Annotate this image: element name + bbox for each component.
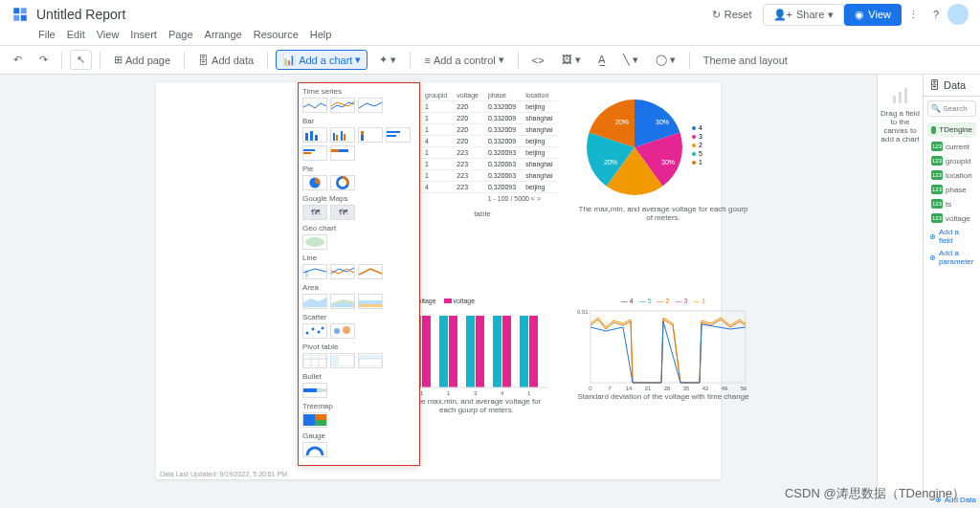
svg-rect-3 xyxy=(21,15,27,21)
table-row[interactable]: 42200.332009beijing xyxy=(420,136,558,147)
chart-bar-2[interactable] xyxy=(330,127,355,143)
app-logo xyxy=(11,6,29,23)
table-row[interactable]: 12230.320063shanghai xyxy=(420,170,558,182)
field-groupid[interactable]: 123groupid xyxy=(927,154,976,167)
menu-help[interactable]: Help xyxy=(310,29,332,40)
reset-button[interactable]: ↻ Reset xyxy=(702,4,763,26)
field-current[interactable]: 123current xyxy=(927,140,976,153)
pie-chart[interactable]: 30% 30% 20% 20% 4 3 2 5 1 xyxy=(577,90,721,205)
add-field-button[interactable]: ⊕ Add a field xyxy=(924,226,980,247)
svg-point-54 xyxy=(692,161,696,165)
chart-pie-2[interactable] xyxy=(330,175,355,190)
chart-pivot-3[interactable] xyxy=(358,353,383,368)
table-row[interactable]: 42230.320093beijing xyxy=(420,182,558,193)
pie-caption: The max,min, and average voltage for eac… xyxy=(577,205,749,222)
search-input[interactable]: 🔍 Search xyxy=(927,100,976,117)
menu-resource[interactable]: Resource xyxy=(254,29,299,40)
svg-rect-14 xyxy=(387,135,396,137)
chart-bar-1[interactable] xyxy=(302,127,327,143)
bar-chart[interactable]: 11341 xyxy=(405,306,548,397)
svg-rect-15 xyxy=(303,149,315,151)
image-button[interactable]: 🖼 ▾ xyxy=(556,51,587,69)
field-phase[interactable]: 123phase xyxy=(927,183,976,196)
undo-button[interactable]: ↶ xyxy=(8,51,28,69)
redo-button[interactable]: ↷ xyxy=(33,51,54,69)
chart-bar-5[interactable] xyxy=(302,145,327,161)
data-table[interactable]: groupidvoltagephaselocation 12200.332009… xyxy=(420,90,558,193)
chart-pie-1[interactable] xyxy=(302,175,327,190)
menu-edit[interactable]: Edit xyxy=(67,29,85,40)
shape-button[interactable]: ◯ ▾ xyxy=(650,51,681,69)
chart-pivot-1[interactable] xyxy=(302,353,327,368)
share-button[interactable]: 👤+ Share ▾ xyxy=(763,4,845,26)
menu-file[interactable]: File xyxy=(38,29,56,40)
add-chart-button[interactable]: 📊 Add a chart ▾ xyxy=(276,50,368,70)
report-canvas[interactable]: Time series Bar Pie Google Maps🗺🗺 Geo ch… xyxy=(156,82,721,479)
field-voltage[interactable]: 123voltage xyxy=(927,211,976,225)
chart-scatter-2[interactable] xyxy=(330,323,355,339)
table-pager[interactable]: 1 - 100 / 5000 < > xyxy=(420,193,545,204)
svg-text:3: 3 xyxy=(474,390,478,396)
table-row[interactable]: 12200.332009shanghai xyxy=(420,124,558,136)
svg-text:0: 0 xyxy=(589,386,592,391)
chart-area-1[interactable] xyxy=(302,294,327,309)
chart-gmap-2[interactable]: 🗺 xyxy=(330,205,355,220)
chart-bar-4[interactable] xyxy=(386,127,411,143)
menu-arrange[interactable]: Arrange xyxy=(205,29,242,40)
add-data-button[interactable]: 🗄 Add data xyxy=(192,52,259,69)
chart-scatter-1[interactable] xyxy=(302,323,327,339)
chart-treemap-1[interactable] xyxy=(302,412,327,428)
svg-rect-13 xyxy=(387,131,400,133)
table-row[interactable]: 12230.320063shanghai xyxy=(420,159,558,170)
svg-rect-8 xyxy=(336,135,338,141)
chart-gauge-1[interactable] xyxy=(302,442,327,457)
community-viz-button[interactable]: ✦ ▾ xyxy=(373,51,402,69)
watermark: CSDN @涛思数据（TDengine） xyxy=(785,485,965,502)
svg-point-26 xyxy=(322,327,324,330)
chart-timeseries-1[interactable] xyxy=(302,98,327,113)
chart-line-1[interactable] xyxy=(302,264,327,279)
line-chart[interactable]: 0.01 0714212835424956 xyxy=(577,306,749,392)
pointer-button[interactable]: ↖ xyxy=(70,50,92,70)
svg-rect-34 xyxy=(331,355,339,366)
chart-area-3[interactable] xyxy=(358,294,383,309)
chart-line-3[interactable] xyxy=(358,264,383,279)
chart-area-2[interactable] xyxy=(330,294,355,309)
view-button[interactable]: ◉ View xyxy=(844,4,902,26)
svg-text:1: 1 xyxy=(699,159,702,166)
drag-hint: Drag a field to thecanvas to add a chart xyxy=(878,109,923,144)
chart-pivot-2[interactable] xyxy=(330,353,355,368)
theme-button[interactable]: Theme and layout xyxy=(698,52,793,69)
menu-insert[interactable]: Insert xyxy=(130,29,157,40)
add-page-button[interactable]: ⊞ Add page xyxy=(108,51,176,69)
chart-timeseries-2[interactable] xyxy=(330,98,355,113)
chart-placeholder-icon[interactable] xyxy=(891,86,910,105)
more-icon[interactable]: ⋮ xyxy=(902,3,924,26)
help-icon[interactable]: ? xyxy=(924,3,947,26)
chart-timeseries-3[interactable] xyxy=(358,98,383,113)
table-row[interactable]: 12200.332009beijing xyxy=(420,101,558,113)
report-title[interactable]: Untitled Report xyxy=(36,7,125,22)
side-panel: Drag a field to thecanvas to add a chart xyxy=(877,75,923,495)
url-embed-button[interactable]: <> xyxy=(526,52,550,69)
table-row[interactable]: 12230.320093beijing xyxy=(420,147,558,159)
menu-page[interactable]: Page xyxy=(168,29,193,40)
chart-line-2[interactable] xyxy=(330,264,355,279)
add-control-button[interactable]: ≡ Add a control ▾ xyxy=(418,51,509,69)
menu-view[interactable]: View xyxy=(97,29,120,40)
data-source[interactable]: TDengine xyxy=(927,122,976,137)
chart-bullet-1[interactable] xyxy=(302,383,327,398)
text-button[interactable]: A̲ xyxy=(592,51,612,69)
table-row[interactable]: 12200.332009shanghai xyxy=(420,113,558,124)
svg-text:21: 21 xyxy=(645,386,652,391)
chart-bar-6[interactable] xyxy=(330,145,355,161)
chart-geo-1[interactable] xyxy=(302,234,327,250)
avatar[interactable] xyxy=(947,4,969,25)
field-ts[interactable]: 123ts xyxy=(927,197,976,210)
line-button[interactable]: ╲ ▾ xyxy=(617,51,644,69)
chart-bar-3[interactable] xyxy=(358,127,383,143)
toolbar: ↶ ↷ ↖ ⊞ Add page 🗄 Add data 📊 Add a char… xyxy=(0,46,980,75)
chart-gmap-1[interactable]: 🗺 xyxy=(302,205,327,220)
field-location[interactable]: 123location xyxy=(927,168,976,182)
add-parameter-button[interactable]: ⊕ Add a parameter xyxy=(924,247,980,268)
